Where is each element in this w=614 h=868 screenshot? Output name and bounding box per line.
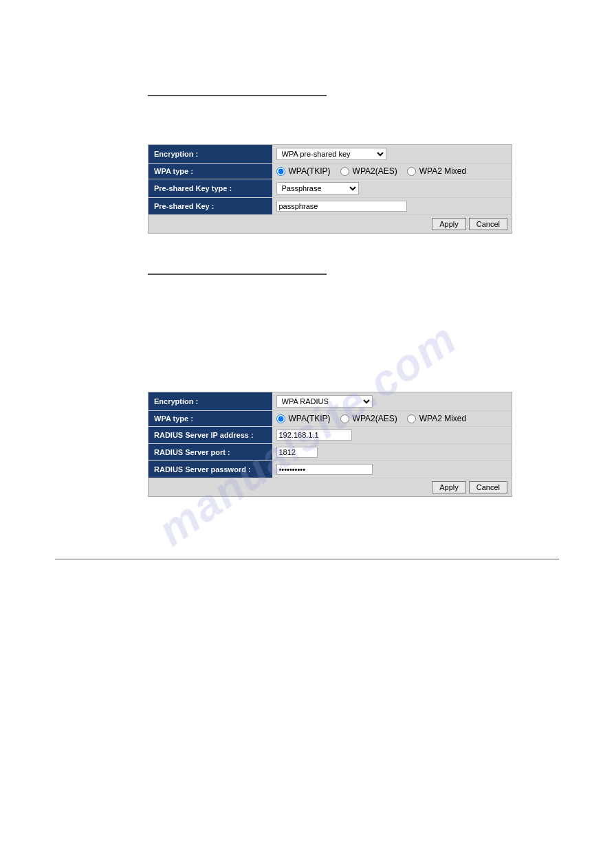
section2-aes-text: WPA2(AES) [353, 414, 397, 423]
section1-aes-label[interactable]: WPA2(AES) [340, 166, 397, 176]
section1-divider [148, 95, 327, 96]
section2-wpatype-label: WPA type : [149, 411, 272, 427]
section2-divider [148, 274, 327, 275]
section1-cancel-button[interactable]: Cancel [469, 218, 507, 230]
section2-cancel-button[interactable]: Cancel [469, 481, 507, 493]
section2-mixed-label[interactable]: WPA2 Mixed [407, 414, 466, 423]
section2-radio-group: WPA(TKIP) WPA2(AES) WPA2 Mixed [276, 414, 508, 423]
section1-keytype-label: Pre-shared Key type : [149, 179, 272, 198]
section2-radius-password-label: RADIUS Server password : [149, 461, 272, 478]
section1-description [148, 103, 512, 137]
section1-radio-group: WPA(TKIP) WPA2(AES) WPA2 Mixed [276, 166, 508, 176]
section2-tkip-label[interactable]: WPA(TKIP) [276, 414, 331, 423]
section2-mixed-text: WPA2 Mixed [419, 414, 466, 423]
section2-radius-ip-value-cell [272, 427, 512, 444]
section2-encryption-select[interactable]: WPA RADIUS [276, 395, 373, 408]
section2-radius-ip-row: RADIUS Server IP address : [149, 427, 512, 444]
bottom-divider [55, 559, 559, 559]
section1-key-row: Pre-shared Key : [149, 198, 512, 215]
section1-keytype-value-cell: Passphrase [272, 179, 512, 198]
section1-mixed-label[interactable]: WPA2 Mixed [407, 166, 466, 176]
section1-aes-text: WPA2(AES) [353, 166, 397, 176]
section1-tkip-radio[interactable] [276, 167, 285, 176]
section1-button-row: Apply Cancel [148, 215, 512, 234]
section1-form-table: Encryption : WPA pre-shared key WPA type… [148, 144, 512, 215]
section1-wpatype-row: WPA type : WPA(TKIP) WPA2(AES) WPA2 Mixe… [149, 164, 512, 179]
section2-form-table: Encryption : WPA RADIUS WPA type : WPA(T… [148, 392, 512, 478]
section2-radius-password-row: RADIUS Server password : [149, 461, 512, 478]
section1-keytype-row: Pre-shared Key type : Passphrase [149, 179, 512, 198]
section1-key-value-cell [272, 198, 512, 215]
section2-radius-ip-label: RADIUS Server IP address : [149, 427, 272, 444]
section2-encryption-value-cell: WPA RADIUS [272, 392, 512, 411]
section2-mixed-radio[interactable] [407, 414, 416, 423]
section2-radius-port-input[interactable] [276, 447, 318, 458]
section2-button-row: Apply Cancel [148, 478, 512, 497]
section1-mixed-text: WPA2 Mixed [419, 166, 466, 176]
section1-keytype-select[interactable]: Passphrase [276, 182, 359, 194]
section1-tkip-text: WPA(TKIP) [289, 166, 331, 176]
section2-radius-ip-input[interactable] [276, 430, 352, 441]
section1-encryption-label: Encryption : [149, 145, 272, 164]
section2-aes-radio[interactable] [340, 414, 349, 423]
section2-wpatype-value-cell: WPA(TKIP) WPA2(AES) WPA2 Mixed [272, 411, 512, 427]
section2-encryption-label: Encryption : [149, 392, 272, 411]
section2-wpatype-row: WPA type : WPA(TKIP) WPA2(AES) WPA2 Mixe… [149, 411, 512, 427]
section1-key-input[interactable] [276, 201, 407, 212]
section2-tkip-text: WPA(TKIP) [289, 414, 331, 423]
section1-encryption-select[interactable]: WPA pre-shared key [276, 148, 386, 160]
section1-encryption-value-cell: WPA pre-shared key [272, 145, 512, 164]
section1-mixed-radio[interactable] [407, 167, 416, 176]
section2-radius-port-label: RADIUS Server port : [149, 444, 272, 461]
section2-encryption-row: Encryption : WPA RADIUS [149, 392, 512, 411]
section1-aes-radio[interactable] [340, 167, 349, 176]
section2-tkip-radio[interactable] [276, 414, 285, 423]
section2-radius-port-value-cell [272, 444, 512, 461]
section1-key-label: Pre-shared Key : [149, 198, 272, 215]
section2-radius-port-row: RADIUS Server port : [149, 444, 512, 461]
section2-radius-password-value-cell [272, 461, 512, 478]
section1-wpatype-value-cell: WPA(TKIP) WPA2(AES) WPA2 Mixed [272, 164, 512, 179]
section2-aes-label[interactable]: WPA2(AES) [340, 414, 397, 423]
section1-tkip-label[interactable]: WPA(TKIP) [276, 166, 331, 176]
section1-apply-button[interactable]: Apply [432, 218, 466, 230]
section1-encryption-row: Encryption : WPA pre-shared key [149, 145, 512, 164]
section1-wpatype-label: WPA type : [149, 164, 272, 179]
section2-radius-password-input[interactable] [276, 464, 373, 475]
section2-apply-button[interactable]: Apply [432, 481, 466, 493]
